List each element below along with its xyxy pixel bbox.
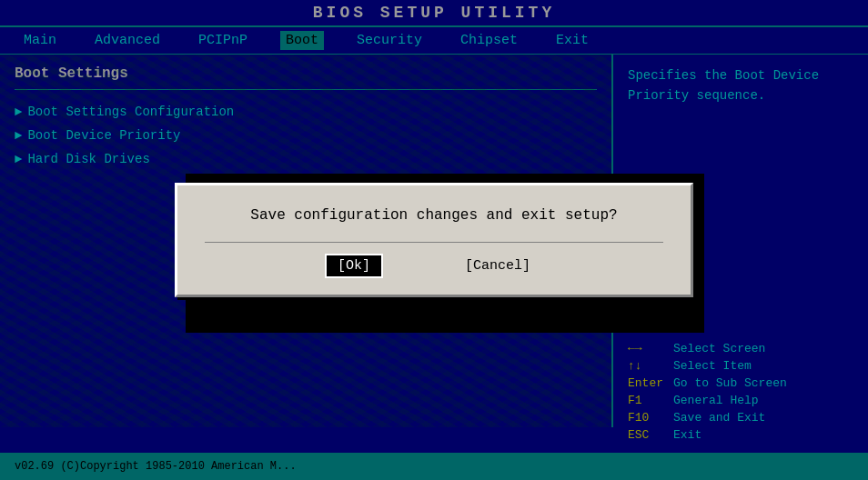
dialog-buttons: [Ok] [Cancel] <box>205 255 663 276</box>
dialog-overlay: Save configuration changes and exit setu… <box>0 0 868 480</box>
dialog-ok-button[interactable]: [Ok] <box>327 255 381 276</box>
dialog-cancel-button[interactable]: [Cancel] <box>454 255 541 276</box>
dialog-separator <box>205 242 663 243</box>
dialog-box: Save configuration changes and exit setu… <box>175 183 693 297</box>
bios-background: BIOS SETUP UTILITY Main Advanced PCIPnP … <box>0 0 868 480</box>
dialog-message: Save configuration changes and exit setu… <box>205 207 663 224</box>
